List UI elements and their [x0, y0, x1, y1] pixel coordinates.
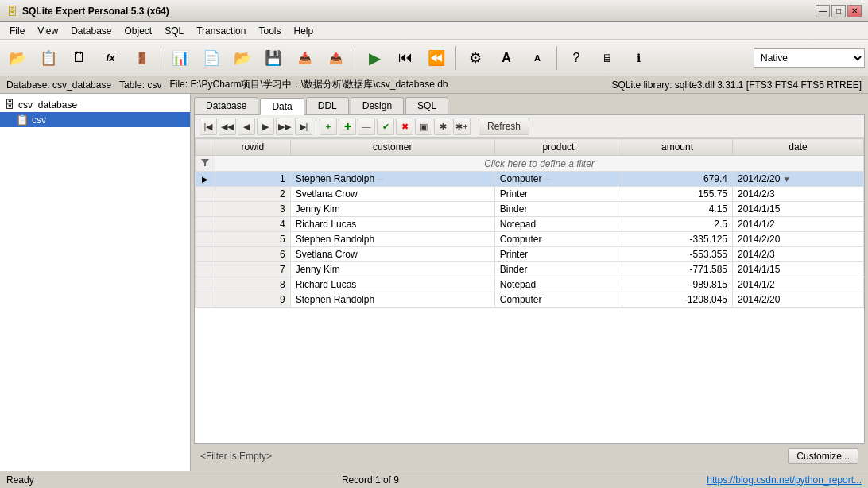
import-button[interactable]: 📥 — [290, 44, 319, 72]
last-page-button[interactable]: ▶| — [295, 118, 312, 135]
menu-file[interactable]: File — [3, 24, 31, 38]
cell-amount[interactable]: 2.5 — [622, 217, 733, 232]
cell-amount[interactable]: -553.355 — [622, 247, 733, 262]
close-button[interactable]: ✕ — [847, 5, 862, 17]
cell-rowid[interactable]: 1 — [215, 172, 291, 187]
cell-amount[interactable]: -771.585 — [622, 262, 733, 277]
cell-date[interactable]: 2014/2/20 — [732, 232, 863, 247]
cell-product[interactable]: Printer — [494, 247, 622, 262]
cell-date[interactable]: 2014/1/2 — [732, 277, 863, 292]
table-structure-button[interactable]: 📊 — [166, 44, 195, 72]
next-row-button[interactable]: ▶ — [257, 118, 274, 135]
tab-sql[interactable]: SQL — [405, 97, 448, 114]
first-record-button[interactable]: ⏮ — [391, 44, 420, 72]
filter-button[interactable]: ✱ — [434, 118, 451, 135]
table-row[interactable]: 6 Svetlana Crow Printer -553.355 2014/2/… — [196, 247, 864, 262]
info-button[interactable]: ℹ — [624, 44, 653, 72]
menu-help[interactable]: Help — [287, 24, 320, 38]
refresh-button[interactable]: Refresh — [479, 118, 529, 135]
cell-amount[interactable]: 155.75 — [622, 187, 733, 202]
cell-customer[interactable]: Stephen Randolph — [290, 292, 494, 308]
prev-record-button[interactable]: ⏪ — [422, 44, 451, 72]
settings-button[interactable]: ⚙ — [461, 44, 490, 72]
table-row[interactable]: ▶ 1 Stephen Randolph ··· Computer ··· 67… — [196, 172, 864, 187]
cell-product[interactable]: Notepad — [494, 217, 622, 232]
close-db-button[interactable]: 📋 — [34, 44, 63, 72]
table-row[interactable]: 2 Svetlana Crow Printer 155.75 2014/2/3 — [196, 187, 864, 202]
cell-rowid[interactable]: 5 — [215, 232, 291, 247]
cell-rowid[interactable]: 3 — [215, 202, 291, 217]
menu-tools[interactable]: Tools — [252, 24, 287, 38]
run-query-button[interactable]: ▶ — [360, 44, 389, 72]
first-page-button[interactable]: |◀ — [200, 118, 217, 135]
minimize-button[interactable]: — — [816, 5, 830, 17]
cell-date[interactable]: 2014/2/3 — [732, 247, 863, 262]
cell-amount[interactable]: -989.815 — [622, 277, 733, 292]
cell-product[interactable]: Printer — [494, 187, 622, 202]
cell-rowid[interactable]: 4 — [215, 217, 291, 232]
menu-transaction[interactable]: Transaction — [190, 24, 252, 38]
export-button[interactable]: 📤 — [321, 44, 350, 72]
open-file-button[interactable]: 📂 — [228, 44, 257, 72]
menu-sql[interactable]: SQL — [158, 24, 190, 38]
cell-customer[interactable]: Richard Lucas — [290, 217, 494, 232]
table-row[interactable]: 5 Stephen Randolph Computer -335.125 201… — [196, 232, 864, 247]
col-amount[interactable]: amount — [622, 139, 733, 156]
cell-product[interactable]: Computer ··· — [494, 172, 622, 187]
col-rowid[interactable]: rowid — [215, 139, 291, 156]
cell-customer[interactable]: Svetlana Crow — [290, 187, 494, 202]
cell-date[interactable]: 2014/1/15 — [732, 262, 863, 277]
maximize-button[interactable]: □ — [831, 5, 846, 17]
sidebar-item-csv[interactable]: 📋 csv — [0, 112, 190, 127]
delete-row-button[interactable]: — — [358, 118, 375, 135]
cell-customer[interactable]: Stephen Randolph ··· — [290, 172, 494, 187]
font-small-button[interactable]: A — [523, 44, 552, 72]
native-select[interactable]: Native — [754, 48, 865, 68]
tab-database[interactable]: Database — [194, 97, 258, 114]
cell-date[interactable]: 2014/1/15 — [732, 202, 863, 217]
cell-customer[interactable]: Jenny Kim — [290, 262, 494, 277]
filter-click-text[interactable]: Click here to define a filter — [215, 156, 864, 172]
table-row[interactable]: 9 Stephen Randolph Computer -1208.045 20… — [196, 292, 864, 308]
commit-button[interactable]: ✔ — [377, 118, 394, 135]
cell-date[interactable]: 2014/2/20 ▼ — [732, 172, 863, 187]
null-button[interactable]: ▣ — [415, 118, 432, 135]
add-row-button[interactable]: + — [320, 118, 337, 135]
open-db-button[interactable]: 📂 — [3, 44, 32, 72]
cell-product[interactable]: Binder — [494, 202, 622, 217]
font-large-button[interactable]: A — [492, 44, 521, 72]
cell-rowid[interactable]: 2 — [215, 187, 291, 202]
cell-customer[interactable]: Stephen Randolph — [290, 232, 494, 247]
cell-rowid[interactable]: 8 — [215, 277, 291, 292]
prev-page-button[interactable]: ◀◀ — [219, 118, 236, 135]
insert-row-button[interactable]: ✚ — [339, 118, 356, 135]
screen-button[interactable]: 🖥 — [593, 44, 622, 72]
cell-amount[interactable]: -1208.045 — [622, 292, 733, 308]
exit-button[interactable]: 🚪 — [127, 44, 156, 72]
data-table-wrap[interactable]: rowid customer product amount date — [195, 138, 864, 443]
col-date[interactable]: date — [732, 139, 863, 156]
menu-view[interactable]: View — [31, 24, 64, 38]
table-row[interactable]: 3 Jenny Kim Binder 4.15 2014/1/15 — [196, 202, 864, 217]
formula-button[interactable]: fx — [96, 44, 125, 72]
col-product[interactable]: product — [494, 139, 622, 156]
filter-define-row[interactable]: Click here to define a filter — [196, 156, 864, 172]
cell-customer[interactable]: Richard Lucas — [290, 277, 494, 292]
cell-product[interactable]: Computer — [494, 292, 622, 308]
properties-button[interactable]: 🗒 — [65, 44, 94, 72]
table-row[interactable]: 4 Richard Lucas Notepad 2.5 2014/1/2 — [196, 217, 864, 232]
tab-ddl[interactable]: DDL — [306, 97, 349, 114]
cell-date[interactable]: 2014/2/3 — [732, 187, 863, 202]
cell-amount[interactable]: 4.15 — [622, 202, 733, 217]
menu-database[interactable]: Database — [64, 24, 118, 38]
cell-rowid[interactable]: 6 — [215, 247, 291, 262]
cell-product[interactable]: Computer — [494, 232, 622, 247]
sidebar-item-csv-database[interactable]: 🗄 csv_database — [0, 97, 190, 112]
prev-row-button[interactable]: ◀ — [238, 118, 255, 135]
cell-customer[interactable]: Jenny Kim — [290, 202, 494, 217]
cell-rowid[interactable]: 7 — [215, 262, 291, 277]
tab-data[interactable]: Data — [260, 98, 304, 115]
new-db-button[interactable]: 📄 — [197, 44, 226, 72]
table-row[interactable]: 8 Richard Lucas Notepad -989.815 2014/1/… — [196, 277, 864, 292]
filter-add-button[interactable]: ✱+ — [453, 118, 471, 135]
